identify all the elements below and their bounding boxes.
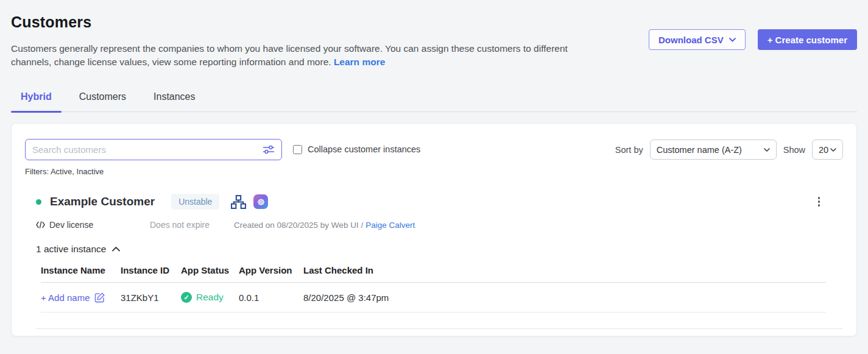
kubernetes-icon: ☸ xyxy=(253,194,268,209)
instances-toggle[interactable]: 1 active instance xyxy=(36,244,843,255)
create-customer-button[interactable]: + Create customer xyxy=(758,29,857,50)
check-circle-icon: ✓ xyxy=(181,292,192,303)
collapse-instances-checkbox[interactable] xyxy=(293,145,302,154)
create-customer-label: + Create customer xyxy=(767,35,847,45)
customers-card: Filters: Active, Inactive Collapse custo… xyxy=(11,123,857,336)
instances-table: Instance Name Instance ID App Status App… xyxy=(41,265,826,313)
page-header-text: Customers Customers generally represent … xyxy=(11,13,599,69)
tab-hybrid[interactable]: Hybrid xyxy=(11,91,62,112)
created-info: Created on 08/20/2025 by Web UI /Paige C… xyxy=(234,221,415,230)
search-box xyxy=(25,139,282,160)
customer-name[interactable]: Example Customer xyxy=(50,195,155,208)
customer-item: Example Customer Unstable ☸ xyxy=(25,194,843,329)
customer-item-divider xyxy=(36,328,843,329)
collapse-instances-label[interactable]: Collapse customer instances xyxy=(308,144,420,154)
toolbar: Filters: Active, Inactive Collapse custo… xyxy=(25,139,843,176)
page-header: Customers Customers generally represent … xyxy=(11,0,857,69)
customer-header-row: Example Customer Unstable ☸ xyxy=(36,194,843,210)
last-checked-in: 8/20/2025 @ 3:47pm xyxy=(303,292,826,303)
download-csv-button[interactable]: Download CSV xyxy=(649,29,746,50)
created-text: Created on 08/20/2025 by Web UI / xyxy=(234,221,363,230)
sort-select[interactable]: Customer name (A-Z) xyxy=(650,140,777,160)
view-tabs: Hybrid Customers Instances xyxy=(11,91,857,112)
tab-customers[interactable]: Customers xyxy=(69,91,136,112)
license-type-label: Dev license xyxy=(49,220,93,230)
learn-more-link[interactable]: Learn more xyxy=(334,57,385,67)
page-description: Customers generally represent the compan… xyxy=(11,42,599,69)
customer-meta-row: Dev license Does not expire Created on 0… xyxy=(36,220,843,230)
sort-controls: Sort by Customer name (A-Z) Show 20 xyxy=(615,140,843,160)
license-type: Dev license xyxy=(36,220,150,230)
sort-by-label: Sort by xyxy=(615,145,643,155)
chevron-down-icon xyxy=(729,38,736,42)
app-status-label: Ready xyxy=(196,292,224,303)
collapse-instances-group: Collapse customer instances xyxy=(293,144,420,154)
code-brackets-icon xyxy=(36,221,45,228)
instances-summary: 1 active instance xyxy=(36,244,106,255)
app-status: ✓ Ready xyxy=(181,292,239,303)
instance-row: + Add name 31ZKbY1 ✓ Ready 0.0.1 8/2 xyxy=(41,283,826,313)
chevron-down-icon xyxy=(830,148,836,152)
filter-sliders-icon[interactable] xyxy=(263,145,275,154)
edit-icon[interactable] xyxy=(94,292,105,303)
col-app-status: App Status xyxy=(181,265,239,275)
license-expiry: Does not expire xyxy=(150,220,234,230)
page-description-text: Customers generally represent the compan… xyxy=(11,43,568,67)
show-select-value: 20 xyxy=(819,145,828,155)
sitemap-icon xyxy=(231,195,246,209)
download-csv-label: Download CSV xyxy=(658,35,724,45)
col-instance-id: Instance ID xyxy=(121,265,181,275)
col-instance-name: Instance Name xyxy=(41,265,121,275)
created-by-link[interactable]: Paige Calvert xyxy=(365,221,415,230)
search-input[interactable] xyxy=(32,144,263,155)
app-version: 0.0.1 xyxy=(239,292,303,303)
customer-type-icons: ☸ xyxy=(231,194,268,209)
instances-table-header: Instance Name Instance ID App Status App… xyxy=(41,265,826,283)
chevron-down-icon xyxy=(764,148,770,152)
col-app-version: App Version xyxy=(239,265,303,275)
instance-id: 31ZKbY1 xyxy=(121,292,181,303)
show-select[interactable]: 20 xyxy=(812,140,843,160)
tab-instances[interactable]: Instances xyxy=(144,91,205,112)
add-name-label: + Add name xyxy=(41,292,90,303)
show-label: Show xyxy=(783,145,805,155)
active-status-dot-icon xyxy=(36,199,41,205)
channel-badge: Unstable xyxy=(171,194,219,210)
sort-select-value: Customer name (A-Z) xyxy=(657,145,742,155)
add-name-link[interactable]: + Add name xyxy=(41,292,105,303)
customers-page: Customers Customers generally represent … xyxy=(0,0,868,336)
page-title: Customers xyxy=(11,13,599,31)
header-actions: Download CSV + Create customer xyxy=(649,29,857,50)
active-filters-text: Filters: Active, Inactive xyxy=(25,167,282,176)
col-last-checked-in: Last Checked In xyxy=(303,265,826,275)
search-area: Filters: Active, Inactive xyxy=(25,139,282,176)
customer-menu-button[interactable] xyxy=(816,194,823,209)
chevron-up-icon xyxy=(112,247,120,252)
